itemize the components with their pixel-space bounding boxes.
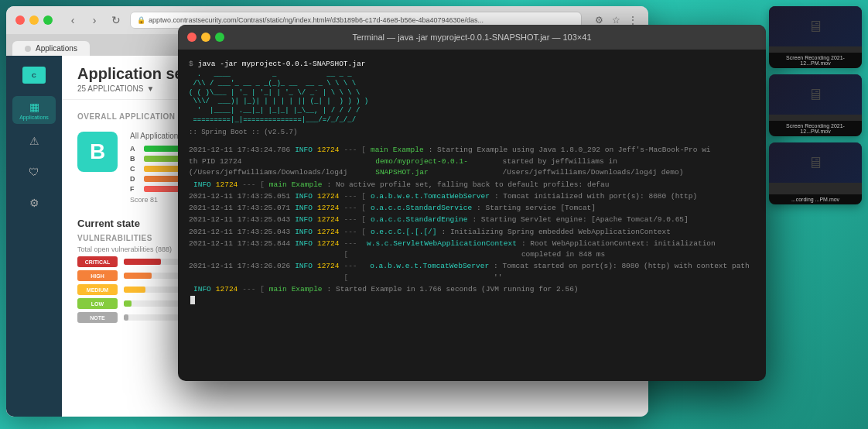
terminal-minimize-button[interactable]: [201, 33, 210, 42]
thumbnail-screen-3: 🖥: [769, 142, 862, 183]
terminal-body[interactable]: $ java -jar myproject-0.0.1-SNAPSHOT.jar…: [178, 50, 766, 381]
vulns-icon: ⚠: [29, 135, 39, 147]
thumbnail-title-2: Screen Recording 2021-12...PM.mov: [769, 121, 862, 136]
terminal-command-line: $ java -jar myproject-0.0.1-SNAPSHOT.jar: [189, 59, 755, 70]
right-panel: 🖥 Screen Recording 2021-12...PM.mov 🖥 Sc…: [769, 6, 862, 204]
log-line-6: 2021-12-11 17:43:25.043 INFO 12724 --- […: [189, 214, 755, 225]
back-button[interactable]: ‹: [65, 12, 80, 28]
tab-label: Applications: [36, 44, 77, 53]
log-line-2: th PID 12724 (/Users/jeffwilliams/Downlo…: [189, 156, 755, 179]
log-line-9: 2021-12-11 17:43:26.026 INFO 12724 --- […: [189, 261, 755, 283]
terminal-title: Terminal — java -jar myproject-0.0.1-SNA…: [352, 33, 591, 42]
thumbnail-title-3: ...cording ...PM.mov: [769, 194, 862, 204]
thumbnail-2[interactable]: 🖥 Screen Recording 2021-12...PM.mov: [769, 74, 862, 136]
log-line-7: 2021-12-11 17:43:25.043 INFO 12724 --- […: [189, 227, 755, 238]
lock-icon: 🔒: [137, 16, 145, 24]
terminal-traffic-lights: [187, 33, 224, 42]
sidebar-nav-label: Applications: [19, 115, 49, 120]
high-badge: HIGH: [77, 270, 118, 281]
reload-button[interactable]: ↻: [108, 12, 124, 28]
cursor: [190, 296, 195, 304]
log-line-3: INFO 12724 --- [ main Example : No activ…: [189, 180, 755, 190]
thumb-icon-1: 🖥: [808, 18, 823, 36]
thumb-icon-2: 🖥: [808, 86, 823, 104]
applications-icon: ▦: [29, 101, 39, 113]
browser-tab[interactable]: Applications: [12, 41, 90, 56]
spring-label: :: Spring Boot :: (v2.5.7): [189, 128, 755, 139]
desktop: ‹ › ↻ 🔒 apptwo.contrastsecurity.com/Cont…: [0, 0, 868, 429]
sidebar: C ▦ Applications ⚠ 🛡 ⚙: [6, 56, 62, 417]
terminal-window: Terminal — java -jar myproject-0.0.1-SNA…: [178, 25, 766, 381]
log-line-1: 2021-12-11 17:43:24.786 INFO 12724 --- […: [189, 145, 755, 156]
settings-icon: ⚙: [29, 197, 39, 209]
spring-ascii-art: . ____ _ __ _ _ /\\ / ___'_ __ _ _(_)_ _…: [189, 70, 755, 125]
terminal-cursor-line: [189, 296, 755, 304]
forward-button[interactable]: ›: [87, 12, 102, 28]
filter-icon[interactable]: ▼: [146, 84, 154, 93]
terminal-command: java -jar myproject-0.0.1-SNAPSHOT.jar: [198, 59, 366, 70]
attacks-icon: 🛡: [29, 166, 39, 178]
terminal-maximize-button[interactable]: [215, 33, 224, 42]
grade-badge: B: [77, 132, 118, 172]
medium-badge: MEDIUM: [77, 284, 118, 295]
critical-badge: CRITICAL: [77, 256, 118, 267]
thumbnail-screen-2: 🖥: [769, 74, 862, 115]
terminal-chrome: Terminal — java -jar myproject-0.0.1-SNA…: [178, 25, 766, 50]
minimize-button[interactable]: [29, 15, 39, 25]
note-badge: NOTE: [77, 312, 118, 323]
thumbnail-3[interactable]: 🖥 ...cording ...PM.mov: [769, 142, 862, 204]
log-line-5: 2021-12-11 17:43:25.071 INFO 12724 --- […: [189, 203, 755, 214]
sidebar-item-settings[interactable]: ⚙: [12, 189, 56, 217]
url-text: apptwo.contrastsecurity.com/Contrast/sta…: [149, 16, 484, 24]
sidebar-item-vulns[interactable]: ⚠: [12, 127, 56, 155]
traffic-lights: [15, 15, 53, 25]
close-button[interactable]: [15, 15, 25, 25]
log-line-4: 2021-12-11 17:43:25.051 INFO 12724 --- […: [189, 191, 755, 202]
thumbnail-1[interactable]: 🖥 Screen Recording 2021-12...PM.mov: [769, 6, 862, 68]
maximize-button[interactable]: [43, 15, 53, 25]
thumb-icon-3: 🖥: [808, 154, 823, 172]
log-line-10: INFO 12724 --- [ main Example : Started …: [189, 284, 755, 295]
sidebar-item-attacks[interactable]: 🛡: [12, 158, 56, 186]
contrast-logo: C: [19, 63, 50, 87]
thumbnail-title-1: Screen Recording 2021-12...PM.mov: [769, 53, 862, 68]
low-badge: LOW: [77, 298, 118, 309]
tab-favicon: [25, 46, 31, 52]
sidebar-item-applications[interactable]: ▦ Applications: [12, 96, 56, 124]
log-line-8: 2021-12-11 17:43:25.844 INFO 12724 --- […: [189, 239, 755, 261]
logo-badge: C: [22, 67, 46, 84]
thumbnail-screen-1: 🖥: [769, 6, 862, 46]
terminal-close-button[interactable]: [187, 33, 196, 42]
